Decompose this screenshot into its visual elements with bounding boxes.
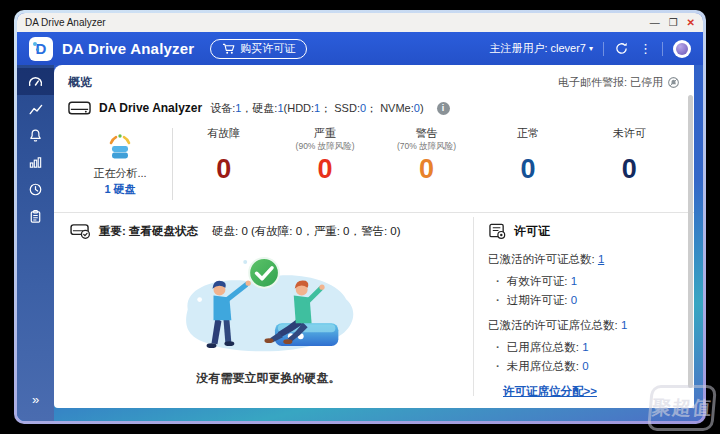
- app-title: DA Drive Analyzer: [62, 40, 194, 57]
- analyzing-drive-icon: [103, 132, 137, 162]
- analyzing-cell: 正在分析... 1 硬盘: [68, 118, 172, 210]
- sidebar-item-dashboard[interactable]: [17, 68, 54, 95]
- maximize-button[interactable]: ❐: [669, 18, 678, 28]
- user-label: 主注册用户: clever7: [489, 41, 586, 56]
- bar-chart-icon: [28, 155, 43, 170]
- application-window: DA Drive Analyzer — ❐ ✕ D DA Drive Analy…: [14, 10, 706, 424]
- status-summary: 正在分析... 1 硬盘 有故障 0 严重 (90% 故障风险) 0: [68, 118, 680, 210]
- app-logo-icon: D: [29, 37, 53, 61]
- analyzing-count-link[interactable]: 1 硬盘: [104, 182, 135, 197]
- email-alert-status[interactable]: 电子邮件警报: 已停用: [558, 75, 680, 90]
- page-title: 概览: [68, 74, 92, 91]
- bell-icon: [28, 128, 43, 143]
- sidebar-item-statistics[interactable]: [17, 149, 54, 176]
- sidebar-item-logs[interactable]: [17, 203, 54, 230]
- stat-value: 0: [216, 154, 231, 185]
- drive-icon: [68, 100, 91, 116]
- license-total-label: 已激活的许可证总数:: [488, 253, 598, 265]
- sidebar: »: [17, 65, 54, 421]
- avatar[interactable]: [673, 40, 691, 58]
- list-item: 过期许可证: 0: [496, 293, 672, 308]
- app-body: » 概览 电子邮件警报: 已停用: [17, 65, 703, 421]
- line-chart-icon: [28, 101, 44, 117]
- stat-value: 0: [520, 154, 535, 185]
- list-item: 已用席位总数: 1: [496, 340, 672, 355]
- watermark: 聚超值: [647, 385, 717, 431]
- bell-off-icon: [667, 76, 680, 89]
- license-icon: [488, 223, 507, 240]
- more-menu-icon[interactable]: ⋮: [639, 41, 652, 56]
- refresh-icon[interactable]: [614, 41, 629, 56]
- sidebar-expand-button[interactable]: »: [17, 392, 54, 407]
- os-titlebar[interactable]: DA Drive Analyzer — ❐ ✕: [17, 13, 703, 32]
- window-title: DA Drive Analyzer: [25, 17, 106, 28]
- empty-state-message: 没有需要立即更换的硬盘。: [70, 370, 467, 387]
- device-summary: 设备: 1，硬盘: 1 (HDD: 1； SSD: 0； NVMe: 0): [210, 101, 423, 116]
- minimize-button[interactable]: —: [650, 18, 660, 28]
- chevron-down-icon: ▾: [589, 44, 593, 53]
- email-alert-label: 电子邮件警报: 已停用: [558, 75, 663, 90]
- license-seats-label: 已激活的许可证席位总数:: [488, 319, 621, 331]
- no-replacement-illustration: [160, 248, 378, 362]
- stat-unlicensed: 未许可 0: [579, 118, 680, 210]
- stat-normal: 正常 0: [477, 118, 578, 210]
- app-header: D DA Drive Analyzer 购买许可证 主注册用户: clever7…: [17, 32, 703, 65]
- clock-icon: [28, 182, 43, 197]
- desktop-background: DA Drive Analyzer — ❐ ✕ D DA Drive Analy…: [0, 0, 720, 434]
- clipboard-icon: [28, 209, 43, 224]
- analyzing-label: 正在分析...: [93, 166, 146, 181]
- stat-value: 0: [622, 154, 637, 185]
- header-divider: [662, 42, 663, 56]
- drive-health-panel: 重要: 查看硬盘状态 硬盘: 0 (有故障: 0，严重: 0，警告: 0): [68, 213, 473, 400]
- stat-faulty: 有故障 0: [173, 118, 274, 210]
- info-icon[interactable]: i: [437, 102, 450, 115]
- sidebar-item-trend[interactable]: [17, 95, 54, 122]
- gauge-icon: [27, 73, 44, 90]
- list-item: 未用席位总数: 0: [496, 359, 672, 374]
- close-button[interactable]: ✕: [687, 18, 695, 28]
- buy-license-button[interactable]: 购买许可证: [210, 39, 307, 59]
- user-menu[interactable]: 主注册用户: clever7 ▾: [489, 41, 593, 56]
- license-title: 许可证: [514, 223, 550, 240]
- cart-icon: [222, 43, 235, 55]
- scrollbar[interactable]: [688, 95, 693, 388]
- license-seats-value: 1: [621, 319, 627, 331]
- license-total-link[interactable]: 1: [598, 253, 604, 265]
- content-card: 概览 电子邮件警报: 已停用: [54, 65, 694, 408]
- drive-check-icon: [70, 223, 91, 240]
- stat-critical: 严重 (90% 故障风险) 0: [274, 118, 375, 210]
- product-name: DA Drive Analyzer: [99, 101, 202, 115]
- stat-warning: 警告 (70% 故障风险) 0: [376, 118, 477, 210]
- license-panel: 许可证 已激活的许可证总数: 1 有效许可证: 1 过期许可证: 0 已激活的许…: [474, 213, 680, 400]
- health-title: 重要: 查看硬盘状态: [99, 224, 198, 239]
- stat-value: 0: [318, 154, 333, 185]
- buy-license-label: 购买许可证: [240, 41, 295, 56]
- sidebar-item-history[interactable]: [17, 176, 54, 203]
- stat-value: 0: [419, 154, 434, 185]
- list-item: 有效许可证: 1: [496, 274, 672, 289]
- health-summary: 硬盘: 0 (有故障: 0，严重: 0，警告: 0): [212, 224, 401, 239]
- seat-allocation-link[interactable]: 许可证席位分配>>: [503, 384, 672, 399]
- sidebar-item-alerts[interactable]: [17, 122, 54, 149]
- header-divider: [603, 42, 604, 56]
